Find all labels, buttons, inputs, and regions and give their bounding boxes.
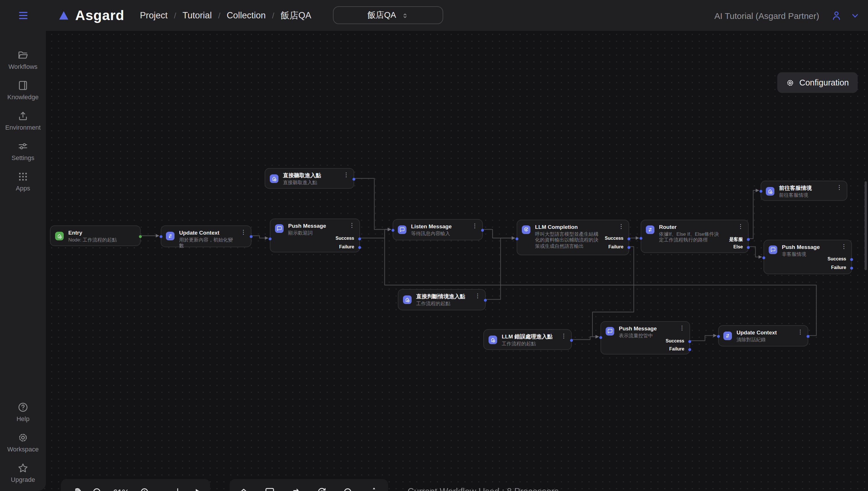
node-update-context-clear[interactable]: Update Context清除對話紀錄⋮ bbox=[718, 325, 808, 346]
run-workflow-button[interactable] bbox=[192, 486, 204, 491]
input-port[interactable] bbox=[759, 190, 762, 193]
node-router[interactable]: Router依據If、Else If、Else條件決定工作流程執行的路徑⋮是客服… bbox=[641, 220, 749, 253]
sidebar-item-label: Workflows bbox=[8, 63, 37, 70]
sidebar-item-help[interactable]: Help bbox=[0, 402, 46, 422]
sliders-icon bbox=[17, 141, 29, 152]
output-port-failure[interactable] bbox=[688, 348, 691, 351]
output-port-failure[interactable] bbox=[850, 266, 853, 269]
node-layer: EntryNode: 工作流程的起點Update Context用於更新內容，初… bbox=[0, 31, 868, 491]
menu-button[interactable] bbox=[0, 10, 46, 21]
add-message-node-button[interactable] bbox=[264, 486, 276, 491]
node-menu-button[interactable]: ⋮ bbox=[239, 229, 248, 236]
sidebar-item-knowledge[interactable]: Knowledge bbox=[0, 80, 46, 100]
node-entry-to-cs[interactable]: 前往客服情境前往客服情境⋮ bbox=[761, 181, 847, 201]
help-icon bbox=[17, 402, 29, 413]
node-listen-message[interactable]: Listen Message等待訊息內容輸入⋮ bbox=[393, 219, 483, 240]
node-menu-button[interactable]: ⋮ bbox=[796, 329, 805, 336]
sidebar-item-workflows[interactable]: Workflows bbox=[0, 49, 46, 70]
node-push-message-non-cs[interactable]: Push Message非客服情境⋮SuccessFailure bbox=[763, 240, 852, 274]
workflow-canvas[interactable]: EntryNode: 工作流程的起點Update Context用於更新內容，初… bbox=[0, 31, 868, 491]
auto-layout-button[interactable] bbox=[368, 486, 380, 491]
canvas-scrollbar[interactable] bbox=[865, 181, 867, 270]
sidebar-item-environment[interactable]: Environment bbox=[0, 110, 46, 131]
input-port[interactable] bbox=[599, 336, 602, 339]
input-port[interactable] bbox=[717, 335, 720, 338]
sidebar-item-label: Help bbox=[16, 415, 29, 422]
add-llm-node-button[interactable] bbox=[316, 486, 328, 491]
chevron-down-icon[interactable] bbox=[851, 11, 859, 20]
node-menu-button[interactable]: ⋮ bbox=[736, 223, 745, 230]
output-port-success[interactable] bbox=[358, 237, 361, 240]
zoom-out-button[interactable] bbox=[91, 486, 103, 491]
sidebar-item-settings[interactable]: Settings bbox=[0, 141, 46, 161]
output-port[interactable] bbox=[807, 335, 809, 338]
chat-icon bbox=[398, 225, 406, 234]
node-menu-button[interactable]: ⋮ bbox=[473, 292, 482, 299]
node-menu-button[interactable]: ⋮ bbox=[677, 325, 686, 331]
node-menu-button[interactable]: ⋮ bbox=[839, 243, 848, 250]
add-node-button[interactable] bbox=[172, 486, 184, 491]
output-port[interactable] bbox=[570, 339, 573, 342]
home-plus-icon bbox=[489, 336, 497, 344]
node-menu-button[interactable]: ⋮ bbox=[342, 172, 351, 178]
node-menu-button[interactable]: ⋮ bbox=[617, 223, 626, 230]
zoom-toolbar: 61% bbox=[61, 479, 210, 491]
output-port[interactable] bbox=[139, 235, 142, 238]
output-port-label: Success bbox=[335, 236, 354, 241]
node-llm-completion[interactable]: LLM Completion呼叫大型語言模型並產生結構化的資料輸出以輔助流程的決… bbox=[517, 220, 629, 255]
output-port-success[interactable] bbox=[688, 340, 691, 343]
output-port-success[interactable] bbox=[627, 237, 630, 240]
add-context-node-button[interactable] bbox=[290, 486, 302, 491]
output-port[interactable] bbox=[250, 235, 252, 238]
node-entry-llm-error[interactable]: LLM 錯誤處理進入點工作流程的起點⋮ bbox=[483, 329, 572, 350]
node-title: LLM Completion bbox=[535, 224, 578, 230]
input-port[interactable] bbox=[640, 237, 642, 239]
output-port-failure[interactable] bbox=[627, 246, 630, 249]
node-push-message-welcome[interactable]: Push Message顯示歡迎詞⋮SuccessFailure bbox=[270, 219, 360, 252]
node-menu-button[interactable]: ⋮ bbox=[559, 333, 568, 340]
input-port[interactable] bbox=[269, 237, 272, 240]
node-push-message-throttle[interactable]: Push Message表示流量控管中⋮SuccessFailure bbox=[600, 321, 690, 354]
input-port[interactable] bbox=[762, 256, 765, 259]
breadcrumb-item-project[interactable]: Project bbox=[140, 10, 168, 21]
pan-tool-button[interactable] bbox=[71, 486, 83, 491]
node-entry-direct-listen[interactable]: 直接聽取進入點直接聽取進入點⋮ bbox=[265, 168, 354, 189]
hamburger-icon bbox=[17, 10, 29, 21]
top-bar: Asgard Project/Tutorial/Collection/飯店QA … bbox=[0, 0, 868, 31]
output-port[interactable] bbox=[352, 177, 355, 180]
node-update-context-init[interactable]: Update Context用於更新內容，初始化變數⋮ bbox=[161, 225, 251, 247]
sidebar-top-group: WorkflowsKnowledgeEnvironmentSettingsApp… bbox=[0, 49, 46, 192]
user-avatar-icon[interactable] bbox=[831, 10, 842, 21]
workflow-selector-value: 飯店QA bbox=[368, 10, 396, 21]
add-entry-node-button[interactable] bbox=[238, 486, 250, 491]
output-port-是客服[interactable] bbox=[747, 238, 750, 241]
node-menu-button[interactable]: ⋮ bbox=[347, 222, 356, 229]
output-port-success[interactable] bbox=[850, 258, 853, 261]
configuration-button[interactable]: Configuration bbox=[777, 72, 858, 93]
node-entry-direct-judge[interactable]: 直接判斷情境進入點工作流程的起點⋮ bbox=[398, 289, 486, 310]
breadcrumb-item-tutorial[interactable]: Tutorial bbox=[183, 10, 212, 21]
node-menu-button[interactable]: ⋮ bbox=[470, 223, 479, 229]
breadcrumb: Project/Tutorial/Collection/飯店QA bbox=[140, 9, 311, 22]
input-port[interactable] bbox=[516, 237, 518, 240]
output-port-else[interactable] bbox=[747, 246, 750, 249]
breadcrumb-item-飯店qa[interactable]: 飯店QA bbox=[281, 9, 311, 22]
sidebar-item-apps[interactable]: Apps bbox=[0, 171, 46, 192]
node-subtitle: 非客服情境 bbox=[782, 251, 823, 257]
output-port[interactable] bbox=[481, 229, 484, 231]
zoom-in-button[interactable] bbox=[139, 486, 151, 491]
workflow-selector[interactable]: 飯店QA bbox=[333, 6, 443, 24]
breadcrumb-item-collection[interactable]: Collection bbox=[227, 10, 266, 21]
sidebar-item-upgrade[interactable]: Upgrade bbox=[0, 462, 46, 483]
configuration-label: Configuration bbox=[799, 78, 849, 87]
output-port[interactable] bbox=[484, 298, 487, 301]
search-node-button[interactable] bbox=[342, 486, 354, 491]
input-port[interactable] bbox=[160, 235, 162, 238]
sidebar-item-workspace[interactable]: Workspace bbox=[0, 432, 46, 453]
zoom-level: 61% bbox=[111, 488, 131, 491]
output-port-failure[interactable] bbox=[358, 246, 361, 249]
input-port[interactable] bbox=[391, 229, 395, 231]
breadcrumb-separator: / bbox=[174, 11, 176, 20]
node-menu-button[interactable]: ⋮ bbox=[835, 184, 844, 191]
node-entry[interactable]: EntryNode: 工作流程的起點 bbox=[50, 225, 141, 246]
